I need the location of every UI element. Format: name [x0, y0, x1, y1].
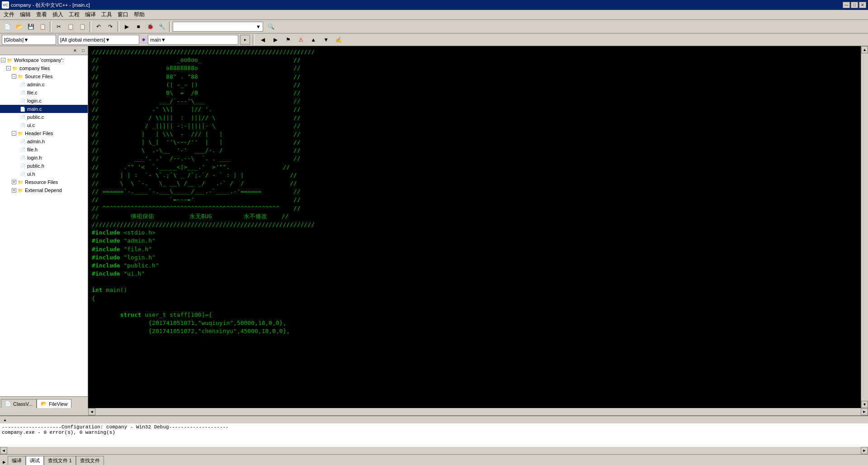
file-public-c[interactable]: 📄 public.c	[0, 113, 88, 121]
find2-tab[interactable]: 查找文件	[76, 456, 104, 465]
close-button[interactable]: ✕	[859, 2, 866, 8]
scroll-up-btn[interactable]: ▲	[861, 46, 868, 53]
output-tabs: ▶ 编译 调试 查找文件 1 查找文件	[0, 454, 868, 465]
next-error-button[interactable]: ▼	[321, 34, 331, 45]
external-expand-icon[interactable]: +	[12, 188, 16, 193]
members-dropdown[interactable]: [All global members] ▼	[58, 35, 139, 45]
warning-button[interactable]: ⚠	[295, 34, 306, 45]
menu-insert[interactable]: 插入	[50, 10, 66, 19]
search-dropdown[interactable]: ▼	[173, 22, 263, 32]
forward-button[interactable]: ▶	[270, 34, 281, 45]
scroll-left-btn[interactable]: ◄	[88, 408, 95, 415]
header-expand-icon[interactable]: -	[12, 131, 16, 136]
file-main-c[interactable]: 📄 main.c	[0, 105, 88, 113]
resource-files-item[interactable]: + 📁 Resource Files	[0, 178, 88, 186]
external-dep-item[interactable]: + 📁 External Depend	[0, 186, 88, 194]
menu-compile[interactable]: 编译	[82, 10, 99, 19]
file-login-h[interactable]: 📄 login.h	[0, 154, 88, 162]
fileview-tab[interactable]: 📂 FileView	[37, 399, 71, 408]
scroll-right-btn[interactable]: ►	[861, 408, 868, 415]
file-ui-h[interactable]: 📄 ui.h	[0, 170, 88, 178]
cut-button[interactable]: ✂	[53, 21, 64, 32]
file-icon-login: 📄	[19, 97, 26, 104]
copy-button[interactable]: 📋	[65, 21, 76, 32]
file-icon-main: 📄	[19, 105, 26, 113]
file-admin-h[interactable]: 📄 admin.h	[0, 137, 88, 146]
globals-arrow-icon: ▼	[24, 37, 28, 42]
window-controls: — □ ✕	[843, 2, 866, 8]
run-button[interactable]: ▶	[121, 21, 132, 32]
hand-button[interactable]: ✍	[333, 34, 344, 45]
header-files-item[interactable]: - 📁 Header Files	[0, 129, 88, 137]
minimize-button[interactable]: —	[843, 2, 850, 8]
new-button[interactable]: 📄	[2, 21, 13, 32]
file-icon-ui-h: 📄	[19, 170, 26, 178]
file-icon-login-h: 📄	[19, 154, 26, 161]
window-title: company - 创天中文VC++ - [main.c]	[11, 2, 90, 9]
maximize-button[interactable]: □	[851, 2, 858, 8]
file-public-h[interactable]: 📄 public.h	[0, 162, 88, 170]
menu-window[interactable]: 窗口	[115, 10, 131, 19]
vertical-scrollbar[interactable]: ▲ ▼	[861, 46, 868, 408]
save-all-button[interactable]: 📋	[37, 21, 48, 32]
find1-tab[interactable]: 查找文件 1	[44, 456, 76, 465]
toolbar-separator-1	[50, 21, 52, 32]
classview-icon: 📄	[5, 401, 11, 407]
stop-button[interactable]: ■	[133, 21, 144, 32]
nav-separator	[253, 34, 255, 45]
horizontal-scrollbar[interactable]: ◄ ►	[88, 408, 868, 415]
menu-edit[interactable]: 编辑	[17, 10, 33, 19]
file-label-main-c: main.c	[27, 106, 42, 112]
output-hscroll[interactable]: ◄ ►	[0, 447, 868, 454]
source-folder-icon: 📁	[17, 73, 24, 80]
workspace-expand-icon[interactable]: -	[1, 58, 5, 62]
function-dropdown[interactable]: main ▼	[148, 35, 238, 45]
header-folder-icon: 📁	[17, 130, 24, 137]
output-scroll-up[interactable]: ▲	[2, 417, 8, 423]
output-scroll-right[interactable]: ►	[861, 447, 868, 454]
undo-button[interactable]: ↶	[93, 21, 104, 32]
menu-view[interactable]: 查看	[33, 10, 50, 19]
config-line: --------------------Configuration: compa…	[2, 424, 866, 430]
open-button[interactable]: 📂	[14, 21, 24, 32]
project-expand-icon[interactable]: -	[6, 66, 11, 70]
workspace-item[interactable]: - 📁 Workspace 'company':	[0, 56, 88, 64]
menu-help[interactable]: 帮助	[131, 10, 147, 19]
resource-expand-icon[interactable]: +	[12, 180, 16, 184]
tree-close-btn[interactable]: ✕	[71, 47, 79, 54]
debug-tab[interactable]: 调试	[26, 456, 44, 465]
file-tree-content[interactable]: - 📁 Workspace 'company': - 📁 company fil…	[0, 55, 88, 396]
debug-button[interactable]: 🐞	[145, 21, 156, 32]
nav-arrow-btn[interactable]: ▸	[240, 35, 250, 45]
go-button[interactable]: 🔍	[264, 21, 278, 32]
menu-project[interactable]: 工程	[66, 10, 82, 19]
menu-file[interactable]: 文件	[1, 10, 17, 19]
menu-tools[interactable]: 工具	[99, 10, 115, 19]
output-content: --------------------Configuration: compa…	[0, 423, 868, 447]
code-editor[interactable]: ////////////////////////////////////////…	[88, 46, 861, 408]
file-ui-c[interactable]: 📄 ui.c	[0, 121, 88, 129]
scroll-track	[861, 53, 868, 401]
output-scroll-left[interactable]: ◄	[0, 447, 7, 454]
globals-dropdown[interactable]: [Globals] ▼	[2, 35, 56, 45]
save-button[interactable]: 💾	[25, 21, 36, 32]
resource-folder-icon: 📁	[17, 178, 24, 186]
file-login-c[interactable]: 📄 login.c	[0, 97, 88, 105]
project-item[interactable]: - 📁 company files	[0, 64, 88, 72]
scroll-down-btn[interactable]: ▼	[861, 401, 868, 408]
paste-button[interactable]: 📋	[77, 21, 88, 32]
tree-resize-btn[interactable]: □	[80, 47, 87, 54]
bookmark-button[interactable]: ⚑	[283, 34, 293, 45]
prev-error-button[interactable]: ▲	[308, 34, 319, 45]
file-file-c[interactable]: 📄 file.c	[0, 89, 88, 97]
file-file-h[interactable]: 📄 file.h	[0, 146, 88, 154]
back-button[interactable]: ◀	[257, 34, 268, 45]
external-dep-label: External Depend	[25, 188, 62, 193]
build-button[interactable]: 🔧	[156, 21, 167, 32]
redo-button[interactable]: ↷	[105, 21, 116, 32]
source-expand-icon[interactable]: -	[12, 74, 16, 79]
compile-tab[interactable]: 编译	[8, 456, 26, 465]
file-admin-c[interactable]: 📄 admin.c	[0, 80, 88, 89]
classview-tab[interactable]: 📄 ClassV...	[1, 399, 37, 408]
source-files-item[interactable]: - 📁 Source Files	[0, 72, 88, 80]
